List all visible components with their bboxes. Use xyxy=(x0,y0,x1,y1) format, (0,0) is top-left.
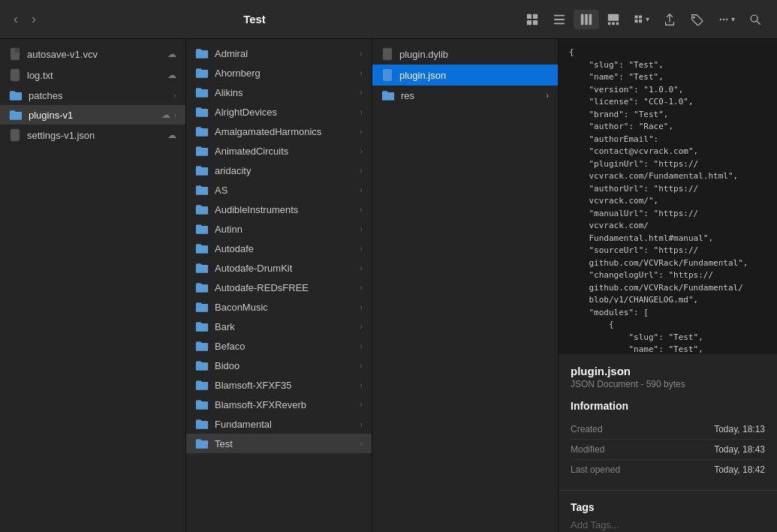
mid-panel-item[interactable]: Alikins› xyxy=(186,83,372,102)
mid-panel-item[interactable]: Autinn› xyxy=(186,219,372,239)
mid-item-label: Admiral xyxy=(215,48,360,59)
mid-panel-item[interactable]: Autodafe-REDsFREE› xyxy=(186,278,372,297)
info-row-key: Modified xyxy=(571,444,604,455)
view-options-button[interactable]: ▾ xyxy=(628,11,655,28)
folder-icon xyxy=(195,320,209,332)
mid-panel-item[interactable]: Ahornberg› xyxy=(186,63,372,83)
svg-rect-11 xyxy=(608,22,611,25)
chevron-icon: › xyxy=(360,88,363,97)
mid-panel-item[interactable]: aridacity› xyxy=(186,161,372,180)
sidebar-item-patches[interactable]: patches › xyxy=(0,86,185,105)
mid-item-label: aridacity xyxy=(215,165,360,176)
search-button[interactable] xyxy=(742,10,768,29)
mid-item-label: Alikins xyxy=(215,87,360,98)
mid-item-label: Autodafe xyxy=(215,243,360,254)
mid-panel-item[interactable]: AlrightDevices› xyxy=(186,102,372,122)
file-panel-item[interactable]: res› xyxy=(372,86,558,105)
chevron-icon: › xyxy=(360,400,363,409)
sidebar-item-plugins-label: plugins-v1 xyxy=(29,110,161,121)
window-title: Test xyxy=(0,13,520,26)
info-row-key: Last opened xyxy=(571,464,620,475)
file-item-label: plugin.json xyxy=(399,70,549,81)
mid-panel-item[interactable]: Befaco› xyxy=(186,336,372,356)
more-button[interactable]: ▾ xyxy=(711,10,741,29)
folder-icon xyxy=(195,86,209,98)
mid-panel-item[interactable]: Blamsoft-XFXF35› xyxy=(186,375,372,395)
folder-icon-patches xyxy=(9,89,23,101)
list-view-button[interactable] xyxy=(547,10,572,29)
svg-point-20 xyxy=(726,18,727,20)
mid-panel-item[interactable]: BaconMusic› xyxy=(186,297,372,317)
svg-point-19 xyxy=(723,18,724,20)
file-panel-item[interactable]: plugin.json xyxy=(372,65,558,86)
svg-rect-8 xyxy=(585,14,588,24)
sidebar-item-plugins[interactable]: plugins-v1 ☁ › xyxy=(0,105,185,125)
mid-panel-item[interactable]: AudibleInstruments› xyxy=(186,200,372,219)
tag-button[interactable] xyxy=(684,10,709,29)
file-panel-item[interactable]: plugin.dylib xyxy=(372,44,558,65)
chevron-icon: › xyxy=(360,224,363,233)
folder-icon xyxy=(195,184,209,196)
sidebar-item-settings[interactable]: settings-v1.json ☁ xyxy=(0,125,185,146)
grid4-icon xyxy=(526,13,539,26)
mid-item-label: BaconMusic xyxy=(215,302,360,313)
sidebar-item-autosave[interactable]: autosave-v1.vcv ☁ xyxy=(0,44,185,65)
chevron-patches-icon: › xyxy=(173,91,176,100)
svg-rect-24 xyxy=(15,48,20,53)
tags-title: Tags xyxy=(571,501,765,513)
tags-add[interactable]: Add Tags... xyxy=(571,519,765,530)
mid-panel-item[interactable]: AS› xyxy=(186,180,372,200)
svg-rect-9 xyxy=(589,14,592,24)
info-filename: plugin.json xyxy=(571,365,765,377)
file-icon xyxy=(381,47,393,61)
folder-icon xyxy=(195,437,209,449)
info-row-value: Today, 18:42 xyxy=(714,464,765,475)
svg-rect-12 xyxy=(612,22,615,25)
chevron-icon: › xyxy=(360,419,363,428)
mid-item-label: AS xyxy=(215,185,360,196)
folder-icon xyxy=(195,262,209,274)
gallery-view-button[interactable] xyxy=(601,10,626,29)
info-section-title: Information xyxy=(571,400,765,412)
folder-icon xyxy=(195,47,209,59)
mid-item-label: Ahornberg xyxy=(215,68,360,79)
share-button[interactable] xyxy=(657,10,682,29)
chevron-icon: › xyxy=(360,302,363,311)
mid-panel-item[interactable]: Admiral› xyxy=(186,44,372,63)
file-icon-settings xyxy=(9,128,21,142)
sidebar-item-log[interactable]: log.txt ☁ xyxy=(0,65,185,86)
file-icon xyxy=(9,47,21,61)
mid-panel-item[interactable]: AnimatedCircuits› xyxy=(186,141,372,161)
main-area: autosave-v1.vcv ☁ log.txt ☁ patches › pl… xyxy=(0,39,777,532)
grid-view-button[interactable] xyxy=(520,10,545,29)
mid-panel-item[interactable]: Autodafe› xyxy=(186,239,372,258)
info-row-value: Today, 18:13 xyxy=(714,424,765,434)
cloud-icon-log: ☁ xyxy=(167,70,176,80)
mid-panel-item[interactable]: AmalgamatedHarmonics› xyxy=(186,122,372,141)
cloud-icon-settings: ☁ xyxy=(167,130,176,140)
mid-item-label: Befaco xyxy=(215,341,360,352)
mid-panel-item[interactable]: Fundamental› xyxy=(186,414,372,434)
cloud-icon-plugins: ☁ xyxy=(161,110,170,120)
mid-panel-item[interactable]: Bark› xyxy=(186,317,372,336)
svg-line-22 xyxy=(757,21,760,24)
mid-panel-item[interactable]: Blamsoft-XFXReverb› xyxy=(186,395,372,414)
mid-item-label: Bark xyxy=(215,321,360,332)
chevron-icon: › xyxy=(360,322,363,331)
sidebar: autosave-v1.vcv ☁ log.txt ☁ patches › pl… xyxy=(0,39,186,532)
mid-panel-item[interactable]: Test› xyxy=(186,434,372,453)
chevron-icon: › xyxy=(360,205,363,214)
chevron-icon: › xyxy=(360,146,363,155)
mid-panel-item[interactable]: Bidoo› xyxy=(186,356,372,375)
info-row: ModifiedToday, 18:43 xyxy=(571,440,765,460)
svg-rect-4 xyxy=(554,14,565,16)
svg-rect-26 xyxy=(11,129,20,141)
mid-panel-item[interactable]: Autodafe-DrumKit› xyxy=(186,258,372,278)
folder-icon xyxy=(195,203,209,215)
svg-rect-15 xyxy=(639,15,642,18)
mid-item-label: AudibleInstruments xyxy=(215,204,360,215)
svg-rect-7 xyxy=(581,14,584,24)
gallery-icon xyxy=(607,13,620,26)
folder-icon xyxy=(195,164,209,176)
columns-view-button[interactable] xyxy=(574,10,599,29)
